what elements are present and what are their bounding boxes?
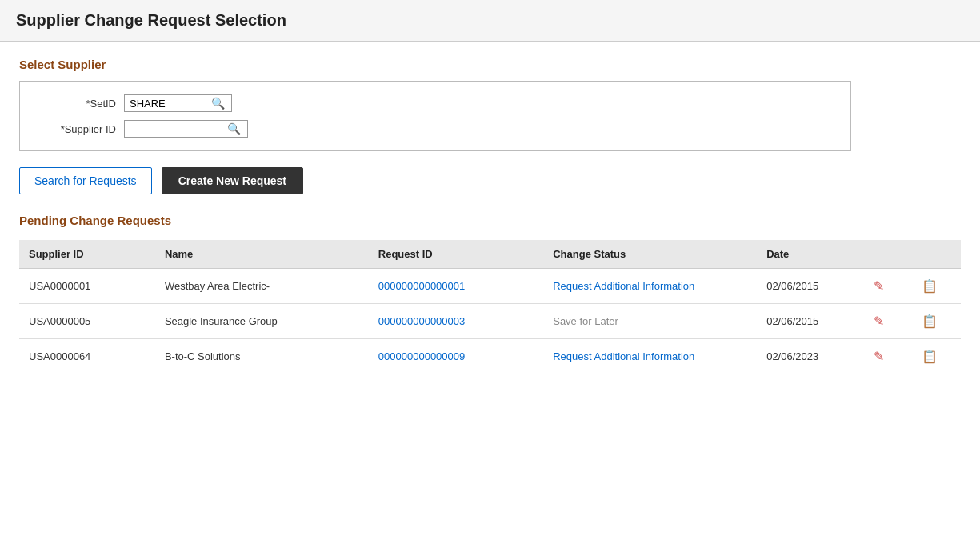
setid-row: *SetID 🔍 xyxy=(36,94,834,112)
copy-icon-button[interactable]: 📋 xyxy=(922,314,938,329)
edit-icon-button[interactable]: ✎ xyxy=(874,278,884,294)
col-header-supplier-id: Supplier ID xyxy=(19,240,155,269)
cell-change-status: Save for Later xyxy=(543,304,757,339)
col-header-name: Name xyxy=(155,240,369,269)
supplierid-label: *Supplier ID xyxy=(36,123,116,135)
change-status-link[interactable]: Request Additional Information xyxy=(553,350,694,362)
cell-request-id[interactable]: 000000000000009 xyxy=(369,339,543,374)
setid-search-button[interactable]: 🔍 xyxy=(210,97,226,110)
edit-icon-button[interactable]: ✎ xyxy=(874,349,884,364)
cell-date: 02/06/2023 xyxy=(757,339,863,374)
create-new-request-button[interactable]: Create New Request xyxy=(162,167,303,194)
cell-request-id[interactable]: 000000000000003 xyxy=(369,304,543,339)
supplierid-search-button[interactable]: 🔍 xyxy=(226,122,242,135)
table-row: USA0000005Seagle Insurance Group00000000… xyxy=(19,304,961,339)
supplierid-input[interactable] xyxy=(130,123,226,135)
cell-name: Seagle Insurance Group xyxy=(155,304,369,339)
cell-name: B-to-C Solutions xyxy=(155,339,369,374)
supplierid-input-wrapper: 🔍 xyxy=(124,120,248,138)
edit-icon-button[interactable]: ✎ xyxy=(874,314,884,329)
col-header-edit xyxy=(864,240,913,269)
cell-edit[interactable]: ✎ xyxy=(864,339,913,374)
cell-edit[interactable]: ✎ xyxy=(864,304,913,339)
select-supplier-title: Select Supplier xyxy=(19,58,961,71)
table-header-row: Supplier ID Name Request ID Change Statu… xyxy=(19,240,961,269)
cell-supplier-id: USA0000001 xyxy=(19,269,155,304)
col-header-date: Date xyxy=(757,240,863,269)
setid-label: *SetID xyxy=(36,98,116,110)
search-for-requests-button[interactable]: Search for Requests xyxy=(19,167,152,194)
cell-request-id[interactable]: 000000000000001 xyxy=(369,269,543,304)
copy-icon-button[interactable]: 📋 xyxy=(922,278,938,294)
table-row: USA0000001Westbay Area Electric-00000000… xyxy=(19,269,961,304)
request-id-link[interactable]: 000000000000003 xyxy=(378,315,465,327)
change-status-link[interactable]: Request Additional Information xyxy=(553,280,694,292)
cell-edit[interactable]: ✎ xyxy=(864,269,913,304)
page-content: Select Supplier *SetID 🔍 *Supplier ID 🔍 … xyxy=(0,42,980,390)
supplierid-row: *Supplier ID 🔍 xyxy=(36,120,834,138)
select-supplier-box: *SetID 🔍 *Supplier ID 🔍 xyxy=(19,81,851,151)
pending-requests-title: Pending Change Requests xyxy=(19,214,961,227)
page-header: Supplier Change Request Selection xyxy=(0,0,980,42)
cell-change-status[interactable]: Request Additional Information xyxy=(543,269,757,304)
cell-copy[interactable]: 📋 xyxy=(912,269,961,304)
table-row: USA0000064B-to-C Solutions00000000000000… xyxy=(19,339,961,374)
cell-change-status[interactable]: Request Additional Information xyxy=(543,339,757,374)
table-body: USA0000001Westbay Area Electric-00000000… xyxy=(19,269,961,374)
request-id-link[interactable]: 000000000000001 xyxy=(378,280,465,292)
copy-icon-button[interactable]: 📋 xyxy=(922,349,938,364)
cell-date: 02/06/2015 xyxy=(757,304,863,339)
action-buttons: Search for Requests Create New Request xyxy=(19,167,961,194)
setid-input-wrapper: 🔍 xyxy=(124,94,232,112)
cell-copy[interactable]: 📋 xyxy=(912,304,961,339)
cell-supplier-id: USA0000005 xyxy=(19,304,155,339)
pending-requests-table: Supplier ID Name Request ID Change Statu… xyxy=(19,240,961,374)
cell-copy[interactable]: 📋 xyxy=(912,339,961,374)
request-id-link[interactable]: 000000000000009 xyxy=(378,350,465,362)
cell-date: 02/06/2015 xyxy=(757,269,863,304)
setid-input[interactable] xyxy=(130,98,210,110)
table-header: Supplier ID Name Request ID Change Statu… xyxy=(19,240,961,269)
col-header-request-id: Request ID xyxy=(369,240,543,269)
page-title: Supplier Change Request Selection xyxy=(16,11,964,30)
cell-supplier-id: USA0000064 xyxy=(19,339,155,374)
col-header-copy xyxy=(912,240,961,269)
cell-name: Westbay Area Electric- xyxy=(155,269,369,304)
col-header-change-status: Change Status xyxy=(543,240,757,269)
